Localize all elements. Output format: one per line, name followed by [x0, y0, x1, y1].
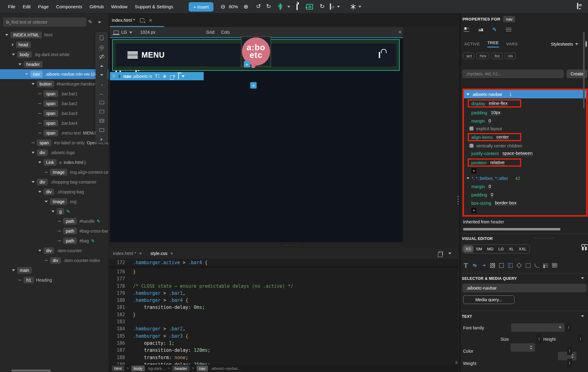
rule-chevron-icon[interactable] [466, 177, 469, 179]
font-family-dropdown[interactable] [511, 323, 564, 332]
preview-eye-icon[interactable] [330, 4, 331, 9]
brush-icon[interactable]: ✎ [492, 26, 497, 33]
code-line-177[interactable]: 177 [109, 275, 458, 283]
zoom-out-icon[interactable]: ⊖ [221, 4, 225, 9]
help-chat-icon[interactable] [577, 3, 578, 9]
move-down-icon[interactable] [99, 72, 104, 78]
code-line-178[interactable]: 178/* CLOSE state — ensure predictable d… [109, 283, 458, 290]
tree-tag-chip[interactable]: div [37, 149, 48, 156]
tree-row-div-22[interactable]: div.item-counter [0, 246, 109, 256]
tree-row-div-23[interactable]: div.item-counter-index [0, 256, 109, 265]
palette-more-icon[interactable] [99, 137, 104, 142]
code-line-181[interactable]: 181 transition-delay: 0ms; [109, 304, 458, 311]
expand-chevron-icon[interactable] [32, 83, 35, 85]
expand-chevron-icon[interactable] [12, 269, 15, 271]
tool-layout-icon[interactable] [507, 262, 514, 268]
reorder-chevrons-icon[interactable] [118, 74, 121, 78]
hide-icon[interactable] [99, 54, 104, 59]
breadcrumb-nav[interactable]: nav [197, 366, 208, 371]
add-property-button[interactable]: + [471, 168, 477, 173]
code-line-187[interactable]: 187 transition-delay: 120ms; [109, 347, 458, 354]
move-up-icon[interactable] [99, 63, 104, 68]
tree-row-g[interactable]: g✎ [0, 207, 109, 216]
tree-row-image-14[interactable]: Imageimg.align-content-center [0, 167, 109, 177]
tree-tag-chip[interactable]: Link [43, 159, 57, 166]
visual-editor-header[interactable]: VISUAL EDITOR [462, 237, 493, 241]
grid-options-chevron-icon[interactable] [287, 6, 290, 8]
tree-tag-chip[interactable]: header [24, 61, 43, 68]
frame-breakpoint-label[interactable]: LG [121, 30, 127, 35]
logo-image-element[interactable]: a:bo etc + [241, 36, 271, 66]
tree-row-div-16[interactable]: div.shopping-bag [0, 187, 109, 197]
tree-row-link-13[interactable]: Linkaindex.html | [0, 158, 109, 167]
grid-toggle-icon[interactable] [280, 4, 281, 9]
tree-row-header[interactable]: header [0, 59, 109, 69]
tree-tag-chip[interactable]: span [43, 120, 58, 127]
breadcrumb-html[interactable]: html [112, 366, 124, 371]
frame-close-icon[interactable]: × [398, 29, 401, 35]
tree-row-nav-4[interactable]: nav.aiboetc-navbar.min-vw-100 [0, 69, 109, 79]
color-important-button[interactable]: ! [567, 347, 572, 355]
expand-chevron-icon[interactable] [38, 161, 41, 163]
css-prop-margin[interactable]: margin0 [464, 182, 586, 191]
pseudo-chip-foc[interactable]: :foc [491, 53, 503, 59]
tree-horizontal-scrollbar[interactable] [11, 370, 51, 372]
tree-tag-chip[interactable]: Image [50, 169, 67, 176]
code-scrollbar[interactable] [455, 361, 458, 364]
selector-section-header[interactable]: SELECTOR & MEDIA QUERY [462, 276, 517, 281]
css-prop-align-items[interactable]: align-itemscenter [464, 132, 586, 142]
code-line-176[interactable]: 176} [109, 268, 458, 275]
expand-chevron-icon[interactable] [38, 250, 41, 252]
new-class-input[interactable]: .myclass, #id, h1... [462, 70, 564, 78]
tool-text-icon[interactable]: T [462, 262, 469, 268]
menu-github[interactable]: GitHub [86, 4, 107, 9]
selector-input[interactable]: .aiboetc-navbar [462, 284, 586, 292]
tree-row-index.html-0[interactable]: INDEX.HTMLhtml [0, 30, 109, 40]
breakpoint-xl[interactable]: XL [506, 245, 516, 252]
breadcrumb-body[interactable]: body [131, 366, 145, 371]
rule-chevron-icon[interactable] [466, 93, 469, 95]
code-tab-index-close-icon[interactable]: × [139, 251, 142, 256]
rule-selector[interactable]: *, *::before, *::after [472, 176, 508, 181]
insert-after-nav-button[interactable]: + [250, 82, 257, 89]
cols-toggle-label[interactable]: Cols [221, 30, 230, 35]
breakpoint-md[interactable]: MD [484, 245, 496, 252]
stylesheets-dropdown[interactable]: Stylesheets [551, 42, 578, 47]
text-style-icon[interactable]: aa [478, 27, 483, 32]
breadcrumb-header[interactable]: header [172, 366, 189, 371]
tree-row-span-7[interactable]: span.bar.bar2 [0, 99, 109, 108]
code-line-172[interactable]: 172.hamburger.active > .bar4 { [109, 259, 458, 266]
weight-important-button[interactable]: ! [567, 359, 572, 367]
zoom-level[interactable]: 80% [229, 4, 238, 9]
tree-row-span-6[interactable]: span.bar.bar1 [0, 89, 109, 99]
search-input[interactable]: find text or selector [3, 17, 86, 27]
tree-tag-chip[interactable]: path [63, 237, 77, 244]
action-bar-chevron-icon[interactable] [182, 75, 185, 77]
expand-chevron-icon[interactable] [18, 63, 21, 65]
delete-icon[interactable] [99, 36, 104, 41]
pseudo-chip-vis[interactable]: :vis [505, 53, 516, 59]
tree-tag-chip[interactable]: INDEX.HTML [10, 32, 42, 38]
code-line-182[interactable]: 182} [109, 311, 458, 318]
mixer-icon[interactable] [464, 27, 469, 32]
tree-tag-chip[interactable]: div [50, 257, 61, 264]
tree-tag-chip[interactable]: head [16, 41, 31, 48]
undo-icon[interactable]: ↺ [256, 3, 261, 9]
tool-list-icon[interactable] [542, 262, 549, 268]
font-family-important-button[interactable]: ! [566, 323, 571, 332]
breakpoint-lg[interactable]: LG [496, 245, 506, 252]
css-check-explicit-layout[interactable]: explicit layout [464, 125, 586, 132]
style-search-icon[interactable] [586, 41, 587, 47]
code-line-180[interactable]: 180.hamburger > .bar4 { [109, 297, 458, 304]
code-tab-index[interactable]: index.html * × [109, 248, 146, 259]
tree-tag-chip[interactable]: main [17, 267, 32, 274]
tool-table-icon[interactable] [551, 262, 558, 268]
add-property-button[interactable]: + [471, 208, 477, 213]
menu-window[interactable]: Window [107, 4, 131, 9]
code-line-186[interactable]: 186 opacity: 1; [109, 340, 458, 347]
tree-row-path-19[interactable]: path#handle✎ [0, 216, 109, 226]
tab-tree[interactable]: TREE [487, 40, 499, 47]
css-prop-display[interactable]: displayinline-flex [464, 98, 586, 108]
move-out-icon[interactable]: ← [99, 91, 104, 96]
text-section-header[interactable]: TEXT [462, 314, 472, 319]
